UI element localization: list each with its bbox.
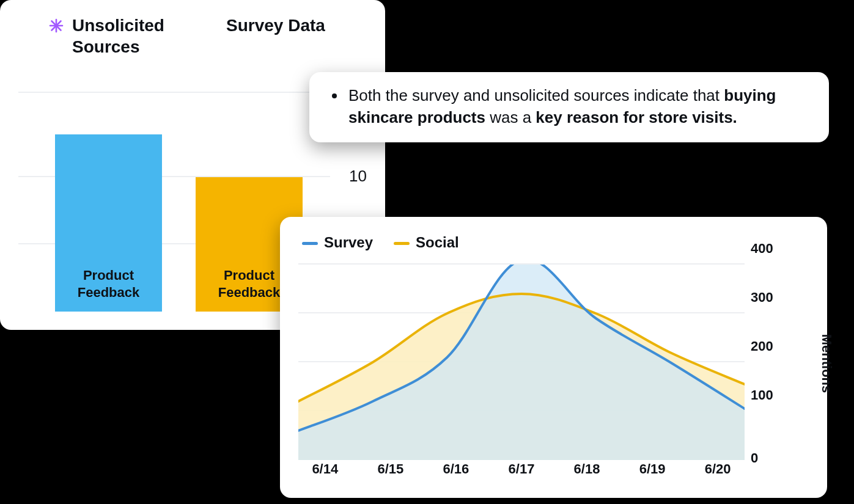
insight-text-mid: was a xyxy=(485,108,536,126)
insight-text-prefix: Both the survey and unsolicited sources … xyxy=(348,86,724,104)
area-x-axis: 6/14 6/15 6/16 6/17 6/18 6/19 6/20 xyxy=(298,461,745,486)
area-chart-card: Survey Social 6/14 6/15 6/16 6/17 6/18 6… xyxy=(280,217,827,498)
area-x-tick: 6/16 xyxy=(443,461,469,477)
area-chart-legend: Survey Social xyxy=(302,234,459,251)
area-chart-plot xyxy=(298,265,745,460)
insight-text-bold2: key reason for store visits. xyxy=(536,108,737,126)
area-y-tick: 300 xyxy=(751,290,773,305)
bar-gridline xyxy=(18,92,330,93)
legend-item-survey: Survey xyxy=(302,234,373,251)
bar-unsolicited: Product Feedback xyxy=(55,134,162,312)
area-y-tick: 400 xyxy=(751,241,773,257)
legend-swatch-social xyxy=(394,242,410,245)
legend-swatch-survey xyxy=(302,242,318,245)
legend-label-survey: Survey xyxy=(324,234,373,250)
area-x-tick: 6/18 xyxy=(574,461,600,477)
bar-label-unsolicited: Product Feedback xyxy=(55,267,162,301)
insight-card: Both the survey and unsolicited sources … xyxy=(309,72,829,142)
area-x-tick: 6/19 xyxy=(639,461,666,477)
area-x-tick: 6/15 xyxy=(377,461,403,477)
area-y-tick: 0 xyxy=(751,450,758,466)
legend-item-unsolicited: Unsolicited Sources xyxy=(49,15,183,57)
legend-label-social: Social xyxy=(416,234,459,250)
area-y-tick: 100 xyxy=(751,387,773,403)
area-chart-svg xyxy=(298,265,745,460)
legend-label-survey: Survey Data xyxy=(226,15,325,36)
bar-y-tick: 10 xyxy=(349,167,367,186)
legend-item-social: Social xyxy=(394,234,459,251)
area-x-tick: 6/17 xyxy=(509,461,535,477)
legend-item-survey: Survey Data xyxy=(226,15,325,57)
bar-chart-legend: Unsolicited Sources Survey Data xyxy=(18,15,367,57)
legend-label-unsolicited: Unsolicited Sources xyxy=(72,15,183,57)
insight-bullet: Both the survey and unsolicited sources … xyxy=(346,84,808,129)
area-y-axis: 0 100 200 300 400 xyxy=(751,265,787,460)
asterisk-icon xyxy=(49,18,64,33)
area-x-tick: 6/20 xyxy=(705,461,731,477)
area-y-axis-label: Mentions xyxy=(819,334,834,393)
area-x-tick: 6/14 xyxy=(312,461,338,477)
area-y-tick: 200 xyxy=(751,338,773,354)
